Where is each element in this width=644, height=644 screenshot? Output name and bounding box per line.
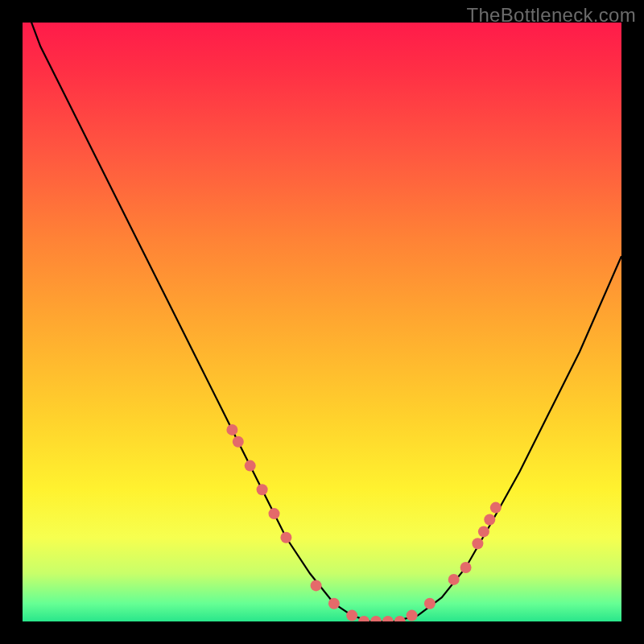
highlight-dot — [370, 616, 382, 621]
highlight-dot — [394, 616, 406, 621]
chart-svg — [23, 23, 621, 621]
highlight-dot — [407, 610, 418, 621]
highlight-dot — [311, 580, 322, 591]
highlight-dot — [460, 562, 472, 573]
highlight-dot — [382, 616, 394, 621]
highlight-dot — [484, 514, 495, 526]
watermark-text: TheBottleneck.com — [466, 4, 636, 27]
highlight-dot — [257, 484, 268, 495]
highlight-dot — [448, 574, 460, 585]
highlight-dot — [269, 508, 280, 519]
chart-plot-area — [23, 23, 621, 621]
highlight-dot — [472, 538, 483, 549]
highlight-dot — [478, 526, 489, 537]
highlight-dot — [245, 460, 256, 472]
highlight-dot — [358, 616, 369, 621]
bottleneck-curve — [23, 23, 621, 621]
highlight-dot — [490, 502, 502, 514]
highlight-dot — [346, 610, 357, 621]
highlight-dot — [280, 532, 291, 543]
highlight-dot — [226, 424, 237, 436]
highlight-dot — [328, 598, 340, 609]
highlight-dot — [424, 598, 436, 609]
highlight-dots-group — [226, 424, 501, 621]
highlight-dot — [233, 436, 244, 448]
